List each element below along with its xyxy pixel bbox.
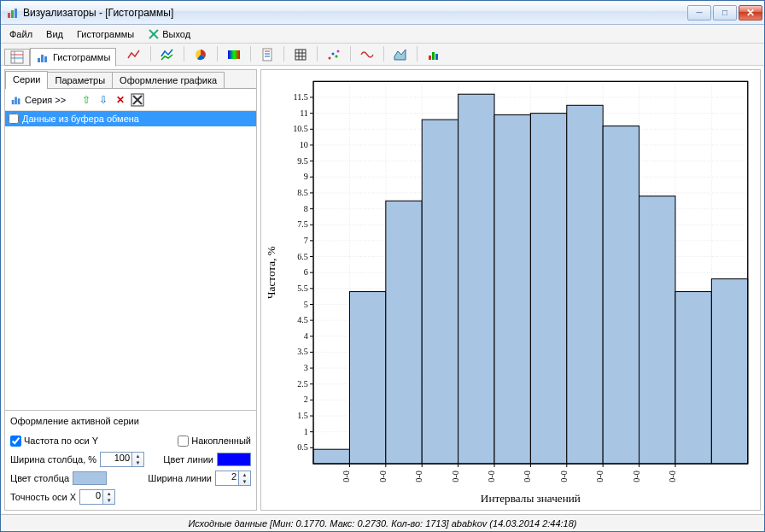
svg-text:4: 4 xyxy=(304,331,308,341)
tab-histograms[interactable]: Гистограммы xyxy=(30,48,116,67)
svg-text:Частота, %: Частота, % xyxy=(265,246,277,299)
svg-rect-11 xyxy=(44,56,47,62)
left-panel: Серии Параметры Оформление графика Серия… xyxy=(4,69,257,511)
svg-text:Интервалы значений: Интервалы значений xyxy=(481,492,581,505)
toggle-series-button[interactable] xyxy=(131,93,144,107)
svg-rect-9 xyxy=(38,58,40,62)
series-dropdown[interactable]: Серия >> xyxy=(10,94,66,106)
svg-text:0-0: 0-0 xyxy=(668,471,677,482)
menu-exit[interactable]: Выход xyxy=(143,26,196,42)
titlebar: Визуализаторы - [Гистограммы] ─ □ ✕ xyxy=(1,1,764,25)
svg-rect-32 xyxy=(18,98,20,104)
x-precision-input[interactable]: 0 xyxy=(79,489,103,505)
series-icon xyxy=(10,94,22,106)
svg-text:1.5: 1.5 xyxy=(297,411,308,420)
statusbar: Исходные данные [Мин: 0.1770. Макс: 0.27… xyxy=(1,514,764,531)
main-window: Визуализаторы - [Гистограммы] ─ □ ✕ Файл… xyxy=(0,0,765,532)
series-item[interactable]: Данные из буфера обмена xyxy=(5,111,256,126)
series-form: Оформление активной серии Частота по оси… xyxy=(5,410,256,510)
bar-width-spinner[interactable]: ▲▼ xyxy=(132,452,144,467)
svg-rect-120 xyxy=(349,292,385,464)
maximize-button[interactable]: □ xyxy=(713,5,737,20)
svg-rect-27 xyxy=(429,56,431,60)
svg-text:8: 8 xyxy=(304,204,308,213)
histogram-icon xyxy=(36,50,50,64)
freq-y-checkbox-row[interactable]: Частота по оси Y xyxy=(10,436,98,447)
svg-text:0-0: 0-0 xyxy=(559,471,569,482)
form-title: Оформление активной серии xyxy=(10,414,251,431)
line-color-swatch[interactable] xyxy=(217,453,251,466)
svg-rect-129 xyxy=(675,292,711,464)
svg-text:6: 6 xyxy=(304,267,308,277)
svg-rect-31 xyxy=(15,96,17,104)
tool-lineplot[interactable] xyxy=(125,46,143,63)
app-icon xyxy=(6,6,20,20)
svg-text:0-0: 0-0 xyxy=(451,471,460,482)
tool-series[interactable] xyxy=(158,46,177,63)
svg-text:3: 3 xyxy=(304,363,308,372)
tool-grid[interactable] xyxy=(291,46,310,63)
svg-text:3.5: 3.5 xyxy=(297,347,308,356)
svg-rect-126 xyxy=(567,105,603,464)
close-button[interactable]: ✕ xyxy=(739,5,762,20)
svg-text:4.5: 4.5 xyxy=(297,315,308,324)
svg-text:2: 2 xyxy=(304,395,308,404)
freq-y-checkbox[interactable] xyxy=(10,436,21,447)
tool-bars3d[interactable] xyxy=(424,46,443,63)
menu-view[interactable]: Вид xyxy=(41,27,68,41)
tool-area[interactable] xyxy=(391,46,410,63)
x-precision-spinner[interactable]: ▲▼ xyxy=(103,489,115,505)
svg-text:5: 5 xyxy=(304,300,308,309)
histogram-chart: 0.511.522.533.544.555.566.577.588.599.51… xyxy=(261,70,760,510)
svg-rect-127 xyxy=(603,126,639,464)
tab-visualizer-prev[interactable] xyxy=(4,49,30,66)
svg-rect-10 xyxy=(41,55,44,62)
tool-scatter[interactable] xyxy=(324,46,343,63)
svg-text:1: 1 xyxy=(304,427,308,436)
accumulated-checkbox-row[interactable]: Накопленный xyxy=(178,436,251,447)
svg-text:0-0: 0-0 xyxy=(595,471,604,482)
svg-text:9.5: 9.5 xyxy=(297,156,308,166)
menu-file[interactable]: Файл xyxy=(4,27,38,41)
menubar: Файл Вид Гистограммы Выход xyxy=(1,25,764,44)
subtab-params[interactable]: Параметры xyxy=(47,72,113,88)
tool-gradient[interactable] xyxy=(225,46,243,63)
series-toolbar: Серия >> ⇧ ⇩ ✕ xyxy=(5,89,256,111)
svg-text:2.5: 2.5 xyxy=(297,379,308,389)
window-title: Визуализаторы - [Гистограммы] xyxy=(23,7,687,19)
svg-rect-18 xyxy=(295,50,306,60)
accumulated-checkbox[interactable] xyxy=(178,436,189,447)
svg-text:0-0: 0-0 xyxy=(523,471,532,482)
delete-series-button[interactable]: ✕ xyxy=(114,93,127,107)
tool-wave[interactable] xyxy=(358,46,377,63)
svg-rect-14 xyxy=(263,49,272,61)
series-checkbox[interactable] xyxy=(9,114,19,124)
svg-text:7.5: 7.5 xyxy=(297,219,308,229)
svg-rect-0 xyxy=(8,13,10,18)
bar-color-swatch[interactable] xyxy=(73,471,107,485)
svg-rect-1 xyxy=(11,10,14,18)
svg-rect-128 xyxy=(639,196,675,464)
svg-text:0.5: 0.5 xyxy=(297,442,308,452)
tool-doc[interactable] xyxy=(258,46,277,63)
bar-width-input[interactable]: 100 xyxy=(100,452,132,467)
move-down-button[interactable]: ⇩ xyxy=(96,93,110,107)
move-up-button[interactable]: ⇧ xyxy=(79,93,93,107)
toolbar: Гистограммы xyxy=(1,44,764,66)
subtab-design[interactable]: Оформление графика xyxy=(112,72,225,88)
svg-rect-130 xyxy=(711,279,747,464)
tool-pie[interactable] xyxy=(191,46,210,63)
series-list: Данные из буфера обмена xyxy=(5,111,256,410)
svg-rect-30 xyxy=(12,100,15,104)
svg-rect-13 xyxy=(228,50,240,59)
content-area: Серии Параметры Оформление графика Серия… xyxy=(1,66,764,514)
menu-histograms[interactable]: Гистограммы xyxy=(72,27,139,41)
line-width-input[interactable]: 2 xyxy=(215,471,239,486)
svg-rect-5 xyxy=(11,51,23,63)
subtab-series[interactable]: Серии xyxy=(5,71,48,89)
svg-rect-121 xyxy=(386,201,422,464)
line-width-spinner[interactable]: ▲▼ xyxy=(239,471,251,486)
svg-text:10.5: 10.5 xyxy=(293,124,308,133)
svg-point-26 xyxy=(337,50,340,52)
minimize-button[interactable]: ─ xyxy=(687,5,711,20)
